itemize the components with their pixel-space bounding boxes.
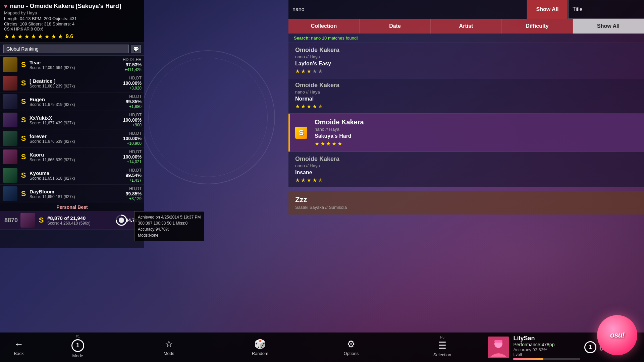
accuracy-label: 100.00%	[123, 136, 142, 141]
personal-best-row[interactable]: 8870 S #8,870 of 21,940 Score: 4,260,410…	[0, 211, 144, 230]
selection-button[interactable]: ☰ Selection	[433, 337, 451, 360]
player-avatar	[488, 337, 509, 358]
table-row[interactable]: S [ Beatrice ] Score: 11,683,239 (927x) …	[0, 74, 144, 93]
options-icon: ⚙	[347, 339, 355, 350]
difficulty-tab[interactable]: Difficulty	[502, 19, 573, 34]
star-icon: ★	[301, 68, 306, 74]
score-right: 94.70%	[126, 218, 142, 223]
avatar	[3, 168, 17, 183]
avatar	[3, 57, 17, 72]
table-row[interactable]: S Eugen Score: 11,679,319 (927x) HD,DT 9…	[0, 93, 144, 111]
song-stars: ★ ★ ★ ★ ★	[315, 140, 639, 147]
table-row[interactable]: S forever Score: 11,676,539 (927x) HD,DT…	[0, 129, 144, 148]
accuracy-label: 99.85%	[126, 191, 142, 196]
show-all-button-top[interactable]: Show All	[527, 0, 568, 19]
pp-label: +1,880	[126, 104, 142, 109]
collection-tab[interactable]: Collection	[288, 19, 360, 34]
options-button[interactable]: ⚙ Options	[306, 336, 397, 359]
player-score: Score: 4,260,410 (596x)	[47, 221, 123, 226]
grade-badge: S	[295, 127, 307, 139]
list-item[interactable]: Omoide Kakera nano // Haya Insane ★ ★ ★ …	[288, 152, 644, 187]
player-score: Score: 11,683,239 (927x)	[30, 84, 120, 88]
grade-badge: S	[20, 153, 27, 161]
top-bar: Show All	[288, 0, 644, 19]
star-icon: ★	[312, 103, 317, 110]
right-panel: Show All Collection Date Artist Difficul…	[288, 0, 644, 362]
options-label: Options	[344, 351, 359, 356]
table-row[interactable]: S Kyouma Score: 11,651,618 (927x) HD,DT …	[0, 166, 144, 185]
xp-bar	[513, 358, 543, 360]
list-item[interactable]: Omoide Kakera nano // Haya Normal ★ ★ ★ …	[288, 78, 644, 113]
filter-row: Collection Date Artist Difficulty Show A…	[288, 19, 644, 34]
star-rating-row: ★ ★ ★ ★ ★ ★ ★ ★ ★ 9.6	[4, 33, 140, 40]
accuracy-label: 100.00%	[123, 117, 142, 123]
favorite-icon[interactable]: ♥	[4, 3, 7, 9]
player-name: Eugen	[30, 97, 123, 102]
list-item[interactable]: Zzz Sasaki Sayaka // Sumisola	[288, 191, 644, 215]
song-info: ♥ nano - Omoide Kakera [Sakuya's Hard] M…	[0, 0, 144, 43]
score-mode-circle: 1	[584, 341, 596, 353]
osu-logo[interactable]: osu!	[597, 315, 637, 355]
star-9: ★	[58, 33, 63, 40]
mods-label: HD,DT	[123, 149, 142, 154]
chat-icon[interactable]: 💬	[131, 45, 141, 53]
song-title: nano - Omoide Kakera [Sakuya's Hard]	[10, 3, 121, 10]
mods-button[interactable]: ☆ Mods	[123, 336, 215, 359]
mods-label: HD,DT	[123, 131, 142, 136]
random-button[interactable]: 🎲 Random	[214, 336, 306, 359]
star-icon: ★	[307, 177, 311, 183]
table-row[interactable]: S XxYukixX Score: 11,677,439 (927x) HD,D…	[0, 111, 144, 129]
accuracy-label: 99.85%	[126, 99, 142, 104]
star-icon: ★	[337, 140, 342, 147]
search-box	[288, 0, 527, 19]
table-row[interactable]: S Teae Score: 12,094,664 (927x) HD,DT,HR…	[0, 56, 144, 74]
osu-circle: osu!	[597, 315, 637, 355]
personal-rank-number: 8870	[3, 217, 18, 224]
list-item[interactable]: S Omoide Kakera nano // Haya Sakuya's Ha…	[288, 114, 644, 152]
player-info: DayBloom Score: 11,650,181 (927x)	[30, 189, 123, 199]
show-all-tab[interactable]: Show All	[573, 19, 644, 34]
song-card-text: Omoide Kakera nano // Haya Insane ★ ★ ★ …	[295, 156, 639, 183]
song-stats-length: Length: 04:13 BPM: 200 Objects: 431	[4, 16, 140, 21]
table-row[interactable]: S Kaoru Score: 11,665,639 (927x) HD,DT 1…	[0, 148, 144, 166]
mode-circle-icon: 1	[71, 339, 84, 352]
artist-tab[interactable]: Artist	[431, 19, 502, 34]
mode-button[interactable]: 1 Mode	[71, 337, 84, 361]
player-score: Score: 11,665,639 (927x)	[30, 158, 120, 162]
player-pp-label: Performance:478pp	[513, 342, 580, 347]
pp-label: +14,021	[123, 160, 142, 164]
player-acc-label: Accuracy:93.63%	[513, 347, 580, 352]
player-info: Eugen Score: 11,679,319 (927x)	[30, 97, 123, 107]
selection-icon: ☰	[438, 340, 446, 351]
selection-label: Selection	[433, 352, 451, 357]
search-input[interactable]	[292, 6, 523, 12]
player-score: Score: 11,677,439 (927x)	[30, 121, 120, 125]
mods-icon: ☆	[165, 339, 173, 350]
player-name: Kaoru	[30, 152, 120, 158]
player-info: Kyouma Score: 11,651,618 (927x)	[30, 170, 123, 181]
song-card-text: Zzz Sasaki Sayaka // Sumisola	[295, 195, 639, 210]
star-icon: ★	[307, 68, 311, 74]
date-tab[interactable]: Date	[360, 19, 431, 34]
back-button[interactable]: ← Back	[5, 339, 32, 356]
star-5: ★	[31, 33, 36, 40]
song-card-text: Omoide Kakera nano // Haya Normal ★ ★ ★ …	[295, 82, 639, 110]
song-card-title: Omoide Kakera	[315, 118, 639, 126]
player-score: Score: 11,651,618 (927x)	[30, 176, 123, 181]
pp-label: +900	[123, 123, 142, 127]
accuracy-label: 100.00%	[123, 154, 142, 160]
player-name: Teae	[30, 60, 120, 65]
title-filter-input[interactable]	[568, 0, 644, 19]
pp-label: +10,900	[123, 141, 142, 146]
list-item[interactable]: Omoide Kakera nano // Haya Layfon's Easy…	[288, 43, 644, 78]
grade-badge: S	[20, 79, 27, 87]
ranking-filter-input[interactable]	[3, 45, 129, 53]
mods-label: HD,DT,HR	[123, 57, 142, 62]
song-card-artist: Sasaki Sayaka // Sumisola	[295, 205, 639, 210]
star-icon: ★	[301, 177, 306, 183]
pp-label: +3,129	[126, 196, 142, 201]
grade-container: S	[295, 127, 307, 139]
table-row[interactable]: S DayBloom Score: 11,650,181 (927x) HD,D…	[0, 185, 144, 203]
star-icon: ★	[318, 177, 323, 183]
song-stars: ★ ★ ★ ★ ★	[295, 103, 639, 110]
